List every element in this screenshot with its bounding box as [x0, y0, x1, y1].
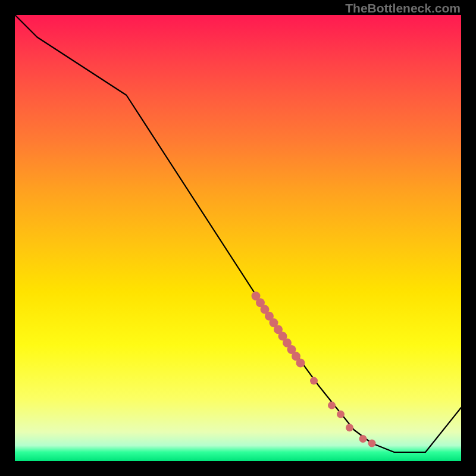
marker-dot: [337, 411, 345, 418]
highlight-markers: [252, 292, 376, 447]
marker-dot: [296, 359, 305, 368]
chart-container: TheBottleneck.com: [0, 0, 476, 476]
marker-dot: [368, 440, 376, 447]
line-path: [15, 15, 461, 452]
curve-line: [15, 15, 461, 452]
marker-dot: [359, 435, 367, 443]
watermark-text: TheBottleneck.com: [345, 1, 461, 15]
marker-dot: [310, 377, 318, 385]
chart-svg: [15, 15, 461, 461]
marker-dot: [328, 402, 336, 409]
marker-dot: [346, 424, 353, 431]
plot-area: [15, 15, 461, 461]
